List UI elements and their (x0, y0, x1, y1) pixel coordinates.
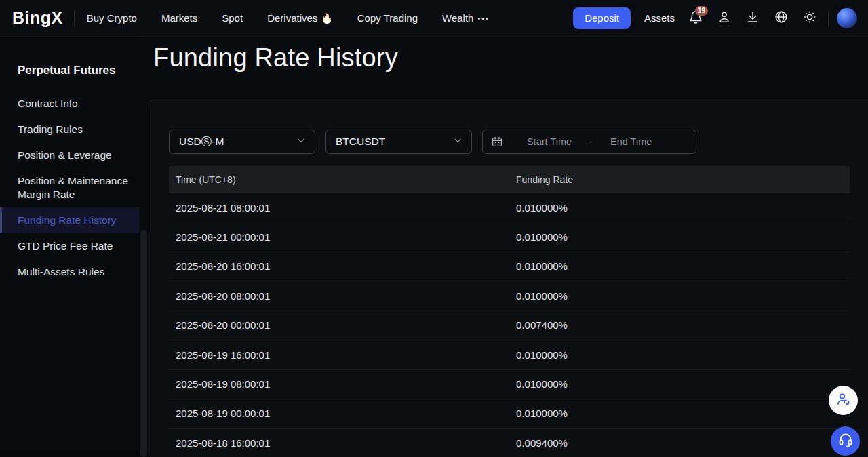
main-nav: Buy CryptoMarketsSpotDerivatives🔥Copy Tr… (87, 12, 474, 24)
sidebar-item-position-maintenance-margin-rate[interactable]: Position & Maintenance Margin Rate (0, 168, 139, 207)
nav-item-label: Spot (222, 12, 243, 24)
nav-item-derivatives[interactable]: Derivatives🔥 (267, 12, 333, 24)
table-body: 2025-08-21 08:00:010.010000%2025-08-21 0… (169, 193, 850, 457)
sidebar-menu: Contract InfoTrading RulesPosition & Lev… (0, 91, 139, 285)
time-cell: 2025-08-21 08:00:01 (169, 202, 516, 214)
end-time-input[interactable] (600, 136, 663, 147)
nav-item-copy-trading[interactable]: Copy Trading (357, 12, 418, 24)
referral-button[interactable] (829, 386, 858, 415)
rate-cell: 0.007400% (516, 319, 850, 331)
time-cell: 2025-08-21 00:00:01 (169, 231, 516, 243)
assets-menu[interactable]: Assets (644, 12, 675, 24)
rate-column-header: Funding Rate (516, 174, 850, 185)
time-cell: 2025-08-20 08:00:01 (169, 290, 516, 302)
avatar[interactable] (837, 8, 857, 28)
table-row: 2025-08-21 08:00:010.010000% (169, 193, 850, 222)
rate-cell: 0.010000% (516, 231, 850, 243)
support-button[interactable] (831, 426, 860, 456)
scrollbar-thumb[interactable] (140, 230, 147, 457)
rate-cell: 0.009400% (516, 437, 850, 449)
table-row: 2025-08-21 00:00:010.010000% (169, 222, 850, 252)
rate-cell: 0.010000% (516, 378, 850, 390)
sidebar-title: Perpetual Futures (0, 64, 139, 77)
time-cell: 2025-08-20 16:00:01 (169, 260, 516, 272)
rate-cell: 0.010000% (516, 408, 850, 419)
table-row: 2025-08-19 16:00:010.010000% (169, 340, 850, 370)
sun-icon (802, 9, 817, 27)
download-app-button[interactable] (738, 5, 767, 32)
notification-badge: 19 (695, 6, 708, 16)
referral-person-link-icon (835, 391, 852, 410)
top-navbar: BingX Buy CryptoMarketsSpotDerivatives🔥C… (0, 0, 868, 37)
funding-rate-panel: USDⓈ-M BTCUSDT - (149, 100, 868, 457)
nav-item-label: Buy Crypto (87, 12, 137, 24)
time-cell: 2025-08-20 00:00:01 (169, 319, 516, 331)
sidebar: Perpetual Futures Contract InfoTrading R… (0, 37, 139, 450)
nav-item-label: Wealth (442, 12, 473, 24)
time-cell: 2025-08-18 16:00:01 (169, 437, 516, 449)
nav-item-markets[interactable]: Markets (161, 12, 197, 24)
bingx-logo[interactable]: BingX (12, 8, 63, 28)
rate-cell: 0.010000% (516, 290, 850, 302)
time-column-header: Time (UTC+8) (169, 174, 516, 185)
date-range-picker[interactable]: - (482, 130, 696, 154)
sidebar-item-funding-rate-history[interactable]: Funding Rate History (0, 207, 139, 233)
header-divider (828, 12, 829, 25)
filter-bar: USDⓈ-M BTCUSDT - (169, 130, 696, 154)
nav-item-buy-crypto[interactable]: Buy Crypto (87, 12, 137, 24)
notifications-button[interactable]: 19 (682, 5, 710, 32)
flame-icon: 🔥 (321, 13, 332, 24)
table-row: 2025-08-18 16:00:010.009400% (169, 429, 850, 457)
sidebar-item-gtd-price-fee-rate[interactable]: GTD Price Fee Rate (0, 233, 139, 259)
sidebar-item-contract-info[interactable]: Contract Info (0, 91, 139, 117)
table-row: 2025-08-20 16:00:010.010000% (169, 252, 850, 281)
margin-type-select[interactable]: USDⓈ-M (169, 130, 315, 154)
nav-item-label: Derivatives (267, 12, 317, 24)
nav-item-wealth[interactable]: Wealth (442, 12, 473, 24)
main-content: Funding Rate History USDⓈ-M BTCUSDT (149, 37, 868, 457)
start-time-input[interactable] (518, 136, 580, 147)
table-row: 2025-08-19 08:00:010.010000% (169, 370, 850, 399)
page-title: Funding Rate History (153, 43, 398, 73)
time-cell: 2025-08-19 00:00:01 (169, 408, 516, 419)
rate-cell: 0.010000% (516, 349, 850, 361)
calendar-icon (491, 136, 503, 148)
nav-item-spot[interactable]: Spot (222, 12, 243, 24)
sidebar-item-multi-assets-rules[interactable]: Multi-Assets Rules (0, 259, 139, 285)
table-row: 2025-08-20 08:00:010.010000% (169, 281, 850, 311)
nav-item-label: Copy Trading (357, 12, 418, 24)
user-icon (717, 9, 732, 27)
globe-icon (774, 9, 789, 27)
symbol-value: BTCUSDT (336, 136, 452, 148)
table-row: 2025-08-20 00:00:010.007400% (169, 311, 850, 340)
chevron-down-icon (452, 135, 463, 148)
account-button[interactable] (710, 5, 738, 32)
theme-toggle-button[interactable] (795, 5, 824, 32)
rate-cell: 0.010000% (516, 202, 850, 214)
headset-icon (837, 432, 854, 451)
sidebar-scrollbar[interactable] (139, 37, 149, 457)
range-separator: - (589, 136, 592, 147)
sidebar-item-position-leverage[interactable]: Position & Leverage (0, 142, 139, 168)
deposit-button[interactable]: Deposit (573, 7, 631, 29)
download-icon (745, 9, 760, 27)
header-actions: Deposit Assets 19 (573, 5, 857, 32)
time-cell: 2025-08-19 16:00:01 (169, 349, 516, 361)
funding-rate-table: Time (UTC+8) Funding Rate 2025-08-21 08:… (169, 166, 850, 457)
language-button[interactable] (767, 5, 795, 32)
table-row: 2025-08-19 00:00:010.010000% (169, 399, 850, 429)
nav-item-label: Markets (161, 12, 197, 24)
table-header: Time (UTC+8) Funding Rate (169, 166, 850, 193)
chevron-down-icon (296, 135, 307, 148)
sidebar-item-trading-rules[interactable]: Trading Rules (0, 117, 139, 142)
time-cell: 2025-08-19 08:00:01 (169, 378, 516, 390)
nav-more-icon[interactable]: ••• (477, 14, 490, 22)
margin-type-value: USDⓈ-M (179, 135, 296, 149)
symbol-select[interactable]: BTCUSDT (326, 130, 472, 154)
logo-divider (74, 11, 75, 26)
rate-cell: 0.010000% (516, 260, 850, 272)
